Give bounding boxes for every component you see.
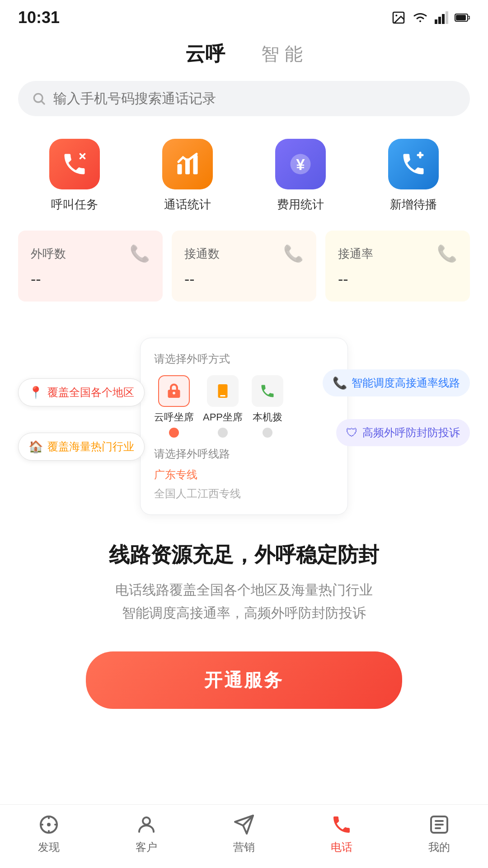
- feature-text: 线路资源充足，外呼稳定防封 电话线路覆盖全国各个地区及海量热门行业 智能调度高接…: [0, 532, 488, 647]
- nav-label-mine: 我的: [428, 840, 450, 854]
- yunhu-radio: [169, 428, 179, 438]
- stat-outbound: 外呼数 📞 --: [18, 231, 163, 302]
- stat-connect-title: 接通数: [184, 246, 220, 262]
- industry-text: 覆盖海量热门行业: [47, 439, 134, 454]
- svg-rect-7: [456, 15, 466, 20]
- action-fee-stats[interactable]: ¥ 费用统计: [275, 139, 326, 212]
- badge-coverage: 📍 覆盖全国各个地区: [18, 378, 145, 406]
- nav-item-marketing[interactable]: 营销: [217, 814, 271, 854]
- svg-point-1: [395, 14, 397, 16]
- line-options: 广东专线 全国人工江西专线: [154, 467, 334, 501]
- feature-desc: 电话线路覆盖全国各个地区及海量热门行业 智能调度高接通率，高频外呼防封防投诉: [27, 578, 461, 624]
- stat-outbound-value: --: [31, 270, 150, 288]
- call-task-icon: [49, 139, 100, 189]
- nav-label-phone: 电话: [331, 840, 352, 854]
- search-icon: [32, 91, 46, 106]
- line-opt-guangdong[interactable]: 广东专线: [154, 467, 334, 482]
- phone-icon: [331, 814, 352, 835]
- svg-rect-5: [446, 11, 448, 24]
- header-tabs: 云呼 智 能: [0, 32, 488, 81]
- stat-rate: 接通率 📞 --: [325, 231, 470, 302]
- svg-rect-3: [438, 17, 441, 24]
- fee-stats-icon: ¥: [275, 139, 326, 189]
- svg-rect-12: [193, 155, 198, 175]
- nav-label-customer: 客户: [136, 840, 157, 854]
- svg-line-9: [42, 101, 44, 104]
- bottom-nav: 发现 客户 营销 电话 我的: [0, 804, 488, 868]
- local-label: 本机拨: [253, 410, 282, 424]
- badge-smart-route: 📞 智能调度高接通率线路: [323, 369, 470, 396]
- app-label: APP坐席: [203, 410, 243, 424]
- promo-section: 请选择外呼方式 云呼坐席 APP坐席 本机拨: [18, 324, 470, 514]
- yunhu-label: 云呼坐席: [154, 410, 194, 424]
- line-opt-jiangxi[interactable]: 全国人工江西专线: [154, 486, 334, 501]
- svg-rect-2: [435, 19, 437, 24]
- search-wrap: [18, 81, 470, 116]
- app-icon: [207, 375, 239, 407]
- tab-yunhu[interactable]: 云呼: [185, 41, 225, 67]
- promo-card-title: 请选择外呼方式: [154, 352, 334, 366]
- nav-item-phone[interactable]: 电话: [314, 814, 369, 854]
- badge-anti-complaint: 🛡 高频外呼防封防投诉: [336, 419, 470, 446]
- feature-title: 线路资源充足，外呼稳定防封: [27, 541, 461, 569]
- svg-text:¥: ¥: [296, 156, 305, 173]
- cta-button[interactable]: 开通服务: [86, 651, 402, 709]
- outbound-options: 云呼坐席 APP坐席 本机拨: [154, 375, 334, 438]
- nav-label-marketing: 营销: [233, 840, 255, 854]
- yunhu-icon: [158, 375, 190, 407]
- call-stats-icon: [162, 139, 213, 189]
- action-call-stats[interactable]: 通话统计: [162, 139, 213, 212]
- mine-icon: [428, 814, 450, 835]
- svg-rect-10: [178, 164, 182, 175]
- discover-icon: [38, 814, 60, 835]
- nav-item-customer[interactable]: 客户: [119, 814, 174, 854]
- outbound-opt-local[interactable]: 本机拨: [252, 375, 283, 438]
- stat-connect: 接通数 📞 --: [172, 231, 316, 302]
- feature-desc-line1: 电话线路覆盖全国各个地区及海量热门行业: [115, 582, 373, 597]
- gallery-icon: [391, 10, 406, 25]
- outbound-opt-app[interactable]: APP坐席: [203, 375, 243, 438]
- fee-stats-label: 费用统计: [277, 197, 324, 212]
- search-bar[interactable]: [18, 81, 470, 116]
- nav-label-discover: 发现: [38, 840, 60, 854]
- action-new-wait[interactable]: 新增待播: [388, 139, 439, 212]
- call-task-label: 呼叫任务: [51, 197, 98, 212]
- call-stats-label: 通话统计: [164, 197, 211, 212]
- local-radio: [263, 428, 272, 438]
- coverage-text: 覆盖全国各个地区: [47, 385, 134, 400]
- local-icon: [252, 375, 283, 407]
- battery-icon: [455, 13, 470, 23]
- coverage-icon: 📍: [28, 386, 43, 400]
- status-icons: [391, 10, 470, 25]
- status-bar: 10:31: [0, 0, 488, 32]
- tab-smart[interactable]: 智 能: [261, 42, 302, 66]
- smart-route-text: 智能调度高接通率线路: [352, 376, 460, 390]
- stat-outbound-icon: 📞: [130, 244, 150, 263]
- nav-item-discover[interactable]: 发现: [22, 814, 76, 854]
- svg-rect-4: [442, 14, 445, 24]
- feature-desc-line2: 智能调度高接通率，高频外呼防封防投诉: [122, 605, 366, 620]
- svg-point-19: [143, 817, 150, 825]
- line-select-label: 请选择外呼线路: [154, 447, 334, 461]
- stats-row: 外呼数 📞 -- 接通数 📞 -- 接通率 📞 --: [18, 231, 470, 302]
- badge-industry: 🏠 覆盖海量热门行业: [18, 433, 145, 461]
- quick-actions: 呼叫任务 通话统计 ¥ 费用统计 新: [0, 134, 488, 231]
- stat-connect-value: --: [184, 270, 304, 288]
- stat-rate-value: --: [338, 270, 457, 288]
- promo-card: 请选择外呼方式 云呼坐席 APP坐席 本机拨: [140, 338, 348, 515]
- outbound-opt-yunhu[interactable]: 云呼坐席: [154, 375, 194, 438]
- new-wait-label: 新增待播: [390, 197, 437, 212]
- industry-icon: 🏠: [28, 440, 43, 454]
- stat-connect-icon: 📞: [283, 244, 304, 263]
- signal-icon: [435, 11, 448, 24]
- cta-wrap: 开通服务: [0, 647, 488, 731]
- nav-item-mine[interactable]: 我的: [412, 814, 466, 854]
- svg-point-18: [47, 823, 51, 826]
- action-call-task[interactable]: 呼叫任务: [49, 139, 100, 212]
- smart-route-icon: 📞: [333, 376, 347, 390]
- search-input[interactable]: [53, 91, 456, 106]
- wifi-icon: [412, 11, 428, 24]
- stat-rate-title: 接通率: [338, 246, 373, 262]
- status-time: 10:31: [18, 8, 60, 27]
- svg-rect-16: [220, 395, 225, 396]
